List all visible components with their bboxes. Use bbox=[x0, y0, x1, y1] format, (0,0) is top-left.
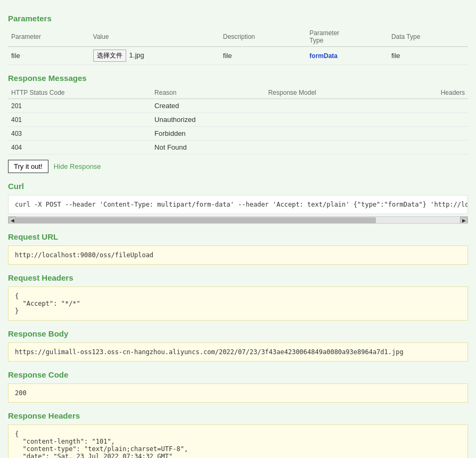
request-headers-value: { "Accept": "*/*" } bbox=[8, 287, 468, 321]
reason-401: Unauthorized bbox=[151, 113, 265, 127]
col-http-status: HTTP Status Code bbox=[8, 87, 151, 99]
response-messages-title: Response Messages bbox=[8, 73, 468, 83]
request-headers-section: Request Headers { "Accept": "*/*" } bbox=[8, 273, 468, 321]
param-description-file: file bbox=[220, 47, 307, 65]
main-container: Parameters Parameter Value Description P… bbox=[0, 0, 476, 458]
model-403 bbox=[265, 127, 395, 141]
scroll-left-arrow[interactable]: ◀ bbox=[9, 217, 16, 224]
reason-404: Not Found bbox=[151, 141, 265, 154]
curl-command: curl -X POST --header 'Content-Type: mul… bbox=[8, 195, 468, 214]
response-messages-table: HTTP Status Code Reason Response Model H… bbox=[8, 87, 468, 154]
curl-title: Curl bbox=[8, 182, 468, 191]
request-url-value: http://localhost:9080/oss/fileUpload bbox=[8, 246, 468, 265]
action-row: Try it out! Hide Response bbox=[8, 160, 468, 173]
parameters-section: Parameters Parameter Value Description P… bbox=[8, 14, 468, 65]
col-headers: Headers bbox=[395, 87, 468, 99]
reason-201: Created bbox=[151, 99, 265, 113]
response-body-title: Response Body bbox=[8, 329, 468, 338]
status-401: 401 bbox=[8, 113, 151, 127]
response-headers-section: Response Headers { "content-length": "10… bbox=[8, 411, 468, 458]
curl-section: Curl curl -X POST --header 'Content-Type… bbox=[8, 182, 468, 224]
response-body-section: Response Body https://gulimall-oss123.os… bbox=[8, 329, 468, 362]
col-description: Description bbox=[220, 27, 307, 47]
try-it-out-button[interactable]: Try it out! bbox=[8, 160, 48, 173]
status-201: 201 bbox=[8, 99, 151, 113]
col-reason: Reason bbox=[151, 87, 265, 99]
response-code-title: Response Code bbox=[8, 370, 468, 379]
table-row: 201 Created bbox=[8, 99, 468, 113]
response-code-section: Response Code 200 bbox=[8, 370, 468, 403]
headers-401 bbox=[395, 113, 468, 127]
col-parameter: Parameter bbox=[8, 27, 90, 47]
scroll-right-arrow[interactable]: ▶ bbox=[460, 217, 467, 224]
response-code-value: 200 bbox=[8, 383, 468, 403]
parameters-title: Parameters bbox=[8, 14, 468, 23]
scroll-thumb[interactable] bbox=[16, 217, 376, 224]
param-type-file: formData bbox=[306, 47, 388, 65]
file-value: 1.jpg bbox=[129, 51, 144, 59]
response-headers-title: Response Headers bbox=[8, 411, 468, 420]
headers-403 bbox=[395, 127, 468, 141]
file-choose-button[interactable]: 选择文件 bbox=[93, 50, 126, 62]
col-value: Value bbox=[90, 27, 220, 47]
col-data-type: Data Type bbox=[388, 27, 468, 47]
curl-scrollbar[interactable]: ◀ ▶ bbox=[8, 216, 468, 224]
request-url-section: Request URL http://localhost:9080/oss/fi… bbox=[8, 232, 468, 265]
request-url-title: Request URL bbox=[8, 232, 468, 241]
hide-response-link[interactable]: Hide Response bbox=[54, 162, 101, 170]
response-body-value: https://gulimall-oss123.oss-cn-hangzhou.… bbox=[8, 342, 468, 362]
response-messages-section: Response Messages HTTP Status Code Reaso… bbox=[8, 73, 468, 154]
table-row: file 选择文件1.jpg file formData file bbox=[8, 47, 468, 65]
parameters-table: Parameter Value Description ParameterTyp… bbox=[8, 27, 468, 65]
param-datatype-file: file bbox=[388, 47, 468, 65]
reason-403: Forbidden bbox=[151, 127, 265, 141]
col-param-type: ParameterType bbox=[306, 27, 388, 47]
headers-404 bbox=[395, 141, 468, 154]
col-response-model: Response Model bbox=[265, 87, 395, 99]
table-row: 401 Unauthorized bbox=[8, 113, 468, 127]
headers-201 bbox=[395, 99, 468, 113]
table-row: 403 Forbidden bbox=[8, 127, 468, 141]
model-201 bbox=[265, 99, 395, 113]
status-404: 404 bbox=[8, 141, 151, 154]
status-403: 403 bbox=[8, 127, 151, 141]
response-headers-value: { "content-length": "101", "content-type… bbox=[8, 424, 468, 458]
request-headers-title: Request Headers bbox=[8, 273, 468, 282]
table-row: 404 Not Found bbox=[8, 141, 468, 154]
param-name-file: file bbox=[8, 47, 90, 65]
model-401 bbox=[265, 113, 395, 127]
model-404 bbox=[265, 141, 395, 154]
param-value-file: 选择文件1.jpg bbox=[90, 47, 220, 65]
